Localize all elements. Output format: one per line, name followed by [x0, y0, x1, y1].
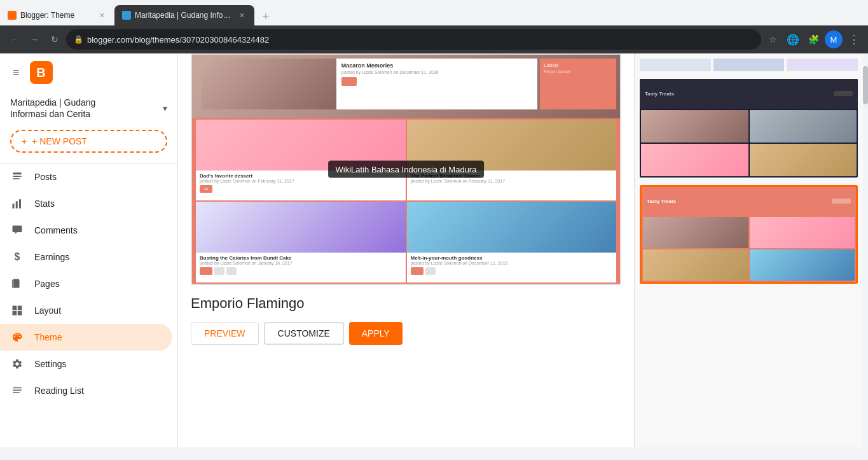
theme-thumbnails-panel: Tasty Treats: [634, 53, 863, 447]
sidebar: ≡ B Maritapedia | GudangInformasi dan Ce…: [0, 53, 178, 447]
sidebar-item-settings[interactable]: Settings: [0, 351, 172, 377]
sidebar-item-stats[interactable]: Stats: [0, 190, 172, 217]
tab-blogger-close[interactable]: ✕: [97, 10, 107, 20]
scroll-thumb[interactable]: [863, 66, 868, 104]
translate-icon[interactable]: 🌐: [784, 31, 802, 48]
svg-rect-0: [13, 173, 22, 175]
address-text: blogger.com/blog/themes/3070203008464324…: [87, 35, 269, 45]
preview-tooltip: WikiLatih Bahasa Indonesia di Madura: [328, 161, 485, 178]
page-scrollbar[interactable]: [863, 53, 868, 447]
svg-marker-7: [15, 232, 18, 234]
new-post-label: + NEW POST: [32, 136, 87, 146]
svg-rect-3: [13, 204, 15, 209]
toolbar: ← → ↻ 🔒 blogger.com/blog/themes/30702030…: [0, 25, 868, 53]
profile-avatar[interactable]: M: [825, 31, 843, 48]
preview-button[interactable]: PREVIEW: [191, 322, 259, 345]
svg-rect-13: [18, 306, 22, 310]
extensions-icon[interactable]: 🧩: [804, 31, 822, 48]
stats-icon: [10, 197, 24, 211]
svg-rect-17: [13, 390, 22, 391]
sidebar-pages-label: Pages: [34, 279, 60, 289]
sidebar-posts-label: Posts: [34, 172, 57, 182]
new-post-button[interactable]: + + NEW POST: [10, 130, 167, 153]
sidebar-reading-list-label: Reading List: [34, 386, 84, 396]
blogger-logo: B: [30, 61, 53, 84]
sidebar-item-comments[interactable]: Comments: [0, 217, 172, 244]
star-icon[interactable]: ☆: [764, 31, 782, 48]
sidebar-settings-label: Settings: [34, 359, 67, 369]
svg-rect-16: [13, 387, 22, 389]
earnings-icon: $: [10, 250, 24, 264]
svg-rect-15: [18, 311, 22, 316]
lock-icon: 🔒: [74, 35, 83, 44]
layout-icon: [10, 303, 24, 317]
thumbnail-coral-theme[interactable]: Tasty Treats: [640, 185, 858, 284]
address-bar[interactable]: 🔒 blogger.com/blog/themes/30702030084643…: [66, 29, 761, 50]
sidebar-layout-label: Layout: [34, 305, 61, 316]
svg-rect-12: [13, 306, 17, 310]
sidebar-item-earnings[interactable]: $ Earnings: [0, 244, 172, 270]
sidebar-item-reading-list[interactable]: Reading List: [0, 377, 172, 404]
svg-rect-4: [16, 202, 18, 209]
theme-preview-image: Macaron Memories posted by Lizzie Solomo…: [192, 55, 620, 284]
tab-wiki-title: Maritapedia | Gudang Informasi...: [135, 11, 233, 20]
svg-rect-2: [13, 179, 20, 180]
blog-title: Maritapedia | GudangInformasi dan Cerita: [10, 97, 95, 120]
menu-icon[interactable]: ⋮: [845, 31, 863, 48]
sidebar-nav: Posts Stats Comments $ Earnings: [0, 164, 177, 404]
theme-name-section: Emporio Flamingo PREVIEW CUSTOMIZE APPLY: [191, 295, 621, 345]
reading-list-icon: [10, 384, 24, 398]
svg-rect-5: [19, 200, 21, 209]
main-content: Macaron Memories posted by Lizzie Solomo…: [178, 53, 868, 447]
forward-button[interactable]: →: [25, 31, 43, 48]
sidebar-earnings-label: Earnings: [34, 252, 69, 262]
tab-blogger[interactable]: Blogger: Theme ✕: [0, 5, 114, 25]
sidebar-stats-label: Stats: [34, 199, 55, 209]
theme-actions: PREVIEW CUSTOMIZE APPLY: [191, 322, 621, 345]
sidebar-item-theme[interactable]: Theme: [0, 324, 172, 351]
posts-icon: [10, 170, 24, 184]
svg-rect-14: [13, 311, 17, 316]
svg-rect-6: [13, 226, 22, 233]
thumbnail-dark-theme[interactable]: Tasty Treats: [640, 79, 858, 178]
theme-preview-area: Macaron Memories posted by Lizzie Solomo…: [178, 53, 634, 447]
new-tab-button[interactable]: +: [257, 8, 275, 25]
svg-rect-18: [13, 393, 20, 394]
sidebar-comments-label: Comments: [34, 225, 78, 235]
svg-rect-10: [15, 282, 18, 282]
dropdown-arrow-icon[interactable]: ▾: [163, 103, 167, 113]
customize-button[interactable]: CUSTOMIZE: [264, 322, 344, 345]
theme-icon: [10, 330, 24, 344]
theme-large-preview: Macaron Memories posted by Lizzie Solomo…: [191, 53, 621, 285]
hamburger-icon[interactable]: ≡: [10, 64, 22, 82]
tab-wiki-close[interactable]: ✕: [237, 10, 247, 20]
blog-title-section[interactable]: Maritapedia | GudangInformasi dan Cerita…: [0, 92, 177, 125]
sidebar-theme-label: Theme: [34, 332, 62, 342]
theme-name: Emporio Flamingo: [191, 295, 621, 312]
svg-rect-1: [13, 176, 22, 178]
new-post-icon: +: [22, 136, 27, 146]
tab-wiki[interactable]: Maritapedia | Gudang Informasi... ✕: [114, 5, 254, 25]
apply-button[interactable]: APPLY: [349, 322, 403, 345]
content-area: Macaron Memories posted by Lizzie Solomo…: [178, 53, 868, 447]
sidebar-item-layout[interactable]: Layout: [0, 297, 172, 324]
comments-icon: [10, 223, 24, 237]
sidebar-item-posts[interactable]: Posts: [0, 164, 172, 190]
toolbar-actions: ☆ 🌐 🧩 M ⋮: [764, 31, 863, 48]
back-button[interactable]: ←: [5, 31, 23, 48]
browser-chrome: Blogger: Theme ✕ Maritapedia | Gudang In…: [0, 0, 868, 53]
page: ≡ B Maritapedia | GudangInformasi dan Ce…: [0, 53, 868, 447]
sidebar-item-pages[interactable]: Pages: [0, 270, 172, 297]
wiki-favicon: [122, 11, 131, 20]
pages-icon: [10, 277, 24, 291]
settings-icon: [10, 357, 24, 371]
blogger-favicon: [8, 11, 17, 20]
sidebar-header: ≡ B: [0, 53, 177, 92]
tab-blogger-title: Blogger: Theme: [20, 11, 93, 20]
tab-bar: Blogger: Theme ✕ Maritapedia | Gudang In…: [0, 0, 868, 25]
refresh-button[interactable]: ↻: [46, 31, 64, 48]
